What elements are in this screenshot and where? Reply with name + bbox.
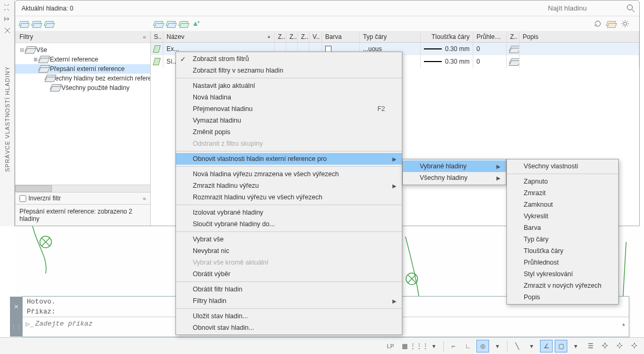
- filter-hscroll[interactable]: [15, 185, 150, 192]
- iso-icon[interactable]: ⯎: [599, 340, 611, 352]
- collapse-filters-icon[interactable]: «: [143, 34, 146, 40]
- menu-item[interactable]: Zmrazit hladinu výřezu▶: [176, 180, 402, 191]
- col-transparency[interactable]: Průhle…: [473, 31, 507, 42]
- menu-item[interactable]: Rozmrazit hladinu výřezu ve všech výřeze…: [176, 191, 402, 203]
- menu-item[interactable]: Tloušťka čáry: [507, 245, 618, 257]
- iso2-icon[interactable]: ⯎: [614, 340, 626, 352]
- filter-tree[interactable]: ⊟Vše ⊞Externí reference Přepsání externí…: [15, 43, 150, 185]
- snap-icon[interactable]: ⋮⋮⋮: [413, 340, 425, 352]
- invert-filter-checkbox[interactable]: [19, 195, 26, 202]
- close-icon[interactable]: [3, 26, 12, 35]
- dropdown-icon[interactable]: ▾: [491, 340, 504, 352]
- menu-item[interactable]: Sloučit vybrané hladiny do...: [176, 218, 402, 230]
- tree-item-xref[interactable]: ⊞Externí reference: [15, 55, 150, 64]
- menu-item[interactable]: Zmrazit v nových výřezech: [507, 280, 618, 291]
- newvp-icon[interactable]: [510, 46, 516, 52]
- col-name[interactable]: Název▲: [163, 31, 275, 42]
- grid-icon[interactable]: ▦: [398, 340, 411, 352]
- tree-item-all[interactable]: ⊟Vše: [15, 45, 150, 55]
- menu-item[interactable]: Filtry hladin▶: [176, 295, 402, 307]
- ortho-icon[interactable]: ⌐: [447, 340, 460, 352]
- col-color[interactable]: Barva: [322, 31, 360, 42]
- pin-icon[interactable]: [3, 3, 12, 12]
- menu-item[interactable]: ✓Zobrazit strom filtrů: [176, 53, 402, 65]
- menu-item[interactable]: Vykreslit: [507, 210, 618, 222]
- menu-item[interactable]: Všechny vlastnosti: [507, 160, 618, 172]
- menu-icon[interactable]: ☰: [584, 340, 597, 352]
- new-layer-frozen-icon[interactable]: [167, 19, 176, 28]
- dropdown-icon[interactable]: ▾: [428, 340, 440, 352]
- dropdown-icon[interactable]: ▾: [525, 340, 538, 352]
- col-lock[interactable]: Z..: [298, 31, 309, 42]
- delete-layer-icon[interactable]: [179, 19, 189, 28]
- col-description[interactable]: Popis: [520, 31, 639, 42]
- menu-item[interactable]: Obrátit výběr: [176, 268, 402, 280]
- settings-icon[interactable]: [620, 19, 630, 28]
- iso3-icon[interactable]: ⯎: [628, 340, 641, 352]
- cmd-dropdown-icon[interactable]: ▴: [621, 320, 626, 328]
- menu-item[interactable]: Obnovit stav hladin...: [176, 322, 402, 333]
- set-current-icon[interactable]: [192, 19, 201, 28]
- cmd-handle-icon[interactable]: ⋮⋮: [11, 324, 22, 330]
- col-freeze[interactable]: Z..: [286, 31, 298, 42]
- polar-icon[interactable]: ∟: [462, 340, 474, 352]
- search-icon[interactable]: [627, 4, 635, 13]
- menu-item[interactable]: Nová hladina výřezu zmrazena ve všech vý…: [176, 168, 402, 180]
- newvp-icon[interactable]: [510, 58, 516, 65]
- toggle-override-icon[interactable]: [607, 19, 616, 28]
- menu-item[interactable]: Vymazat hladinu: [176, 115, 402, 126]
- context-menu-sub2[interactable]: Všechny vlastnostiZapnutoZmrazitZamknout…: [506, 159, 619, 305]
- col-on[interactable]: Z..: [275, 31, 286, 42]
- cmd-close-icon[interactable]: ×: [14, 303, 18, 311]
- menu-item[interactable]: Zamknout: [507, 199, 618, 210]
- collapse-invert-icon[interactable]: «: [143, 195, 146, 201]
- col-lineweight[interactable]: Tloušťka čáry: [421, 31, 473, 42]
- menu-item[interactable]: Typ čáry: [507, 234, 618, 245]
- new-layer-icon[interactable]: [154, 19, 163, 28]
- tree-item-used[interactable]: Všechny použité hladiny: [15, 83, 150, 93]
- tree-item-xref-override[interactable]: Přepsání externí reference: [15, 64, 150, 74]
- menu-item[interactable]: Obrátit filtr hladin: [176, 284, 402, 295]
- menu-item[interactable]: Vybrat vše: [176, 234, 402, 245]
- menu-item[interactable]: Změnit popis: [176, 126, 402, 138]
- dyn-input-icon[interactable]: ∠: [540, 340, 553, 352]
- context-menu-main[interactable]: ✓Zobrazit strom filtrůZobrazit filtry v …: [175, 52, 402, 335]
- current-layer-label: Aktuální hladina: 0: [19, 5, 151, 12]
- col-newvp[interactable]: Z..: [507, 31, 520, 42]
- col-linetype[interactable]: Typ čáry: [360, 31, 421, 42]
- osnap-icon[interactable]: ◎: [476, 340, 489, 352]
- menu-item[interactable]: Přejmenovat hladinuF2: [176, 103, 402, 115]
- menu-item[interactable]: Nevybrat nic: [176, 245, 402, 257]
- otrack-icon[interactable]: ╲: [511, 340, 523, 352]
- menu-item[interactable]: Styl vykreslování: [507, 268, 618, 280]
- new-group-icon[interactable]: [32, 19, 41, 28]
- refresh-icon[interactable]: [593, 19, 603, 28]
- menu-item[interactable]: Nová hladina: [176, 92, 402, 103]
- arrow-icon[interactable]: [3, 15, 12, 23]
- menu-item[interactable]: Zobrazit filtry v seznamu hladin: [176, 65, 402, 76]
- context-menu-sub1[interactable]: Vybrané hladiny▶Všechny hladiny▶: [402, 159, 506, 185]
- menu-item[interactable]: Nastavit jako aktuální: [176, 80, 402, 92]
- states-icon[interactable]: [45, 19, 54, 28]
- menu-item[interactable]: Průhlednost: [507, 257, 618, 268]
- new-filter-icon[interactable]: [19, 19, 29, 28]
- menu-item[interactable]: Popis: [507, 291, 618, 303]
- find-layer-input[interactable]: [546, 2, 625, 14]
- menu-item[interactable]: Barva: [507, 222, 618, 234]
- col-plot[interactable]: V..: [309, 31, 322, 42]
- menu-item[interactable]: Izolovat vybrané hladiny: [176, 207, 402, 218]
- menu-item[interactable]: Zmrazit: [507, 187, 618, 199]
- layer-status-icon: [154, 58, 160, 65]
- sb-lp[interactable]: LP: [385, 343, 396, 349]
- menu-item[interactable]: Obnovit vlastnosti hladin externí refere…: [176, 153, 402, 165]
- dropdown-icon[interactable]: ▾: [569, 340, 582, 352]
- lwt-icon[interactable]: ▢: [555, 340, 567, 352]
- tree-item-no-xref[interactable]: Všechny hladiny bez externích referencí: [15, 74, 150, 83]
- grid-header[interactable]: S.. Název▲ Z.. Z.. Z.. V.. Barva Typ čár…: [151, 31, 639, 43]
- filters-pane: Filtry « ⊟Vše ⊞Externí reference Přepsán…: [15, 31, 151, 226]
- menu-item[interactable]: Vybrané hladiny▶: [403, 160, 506, 172]
- menu-item[interactable]: Uložit stav hladin...: [176, 310, 402, 322]
- col-status[interactable]: S..: [151, 31, 163, 42]
- menu-item[interactable]: Zapnuto: [507, 176, 618, 187]
- menu-item[interactable]: Všechny hladiny▶: [403, 172, 506, 184]
